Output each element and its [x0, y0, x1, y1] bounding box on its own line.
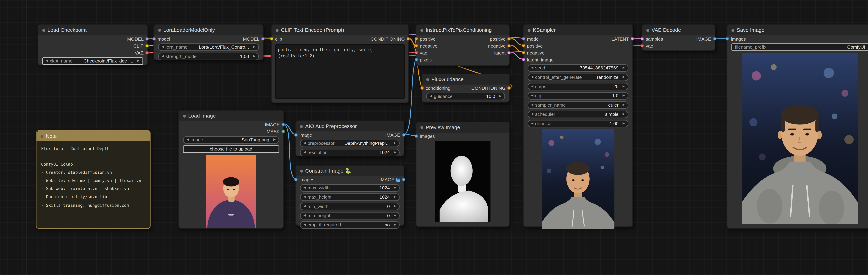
increment-arrow-icon[interactable]: [394, 142, 396, 144]
increment-arrow-icon[interactable]: [623, 122, 625, 124]
node-header[interactable]: AIO Aux Preprocessor: [296, 121, 404, 131]
filename-prefix-widget[interactable]: filename_prefix ComfyUI: [732, 43, 868, 51]
output-port-image[interactable]: [402, 178, 405, 181]
decrement-arrow-icon[interactable]: [531, 85, 533, 87]
node-ksampler[interactable]: KSampler model LATENT positive negative …: [523, 24, 633, 227]
input-port-positive[interactable]: [415, 37, 418, 41]
cfg-widget[interactable]: cfg 1.0: [528, 92, 628, 99]
input-port-vae[interactable]: [641, 44, 644, 48]
decrement-arrow-icon[interactable]: [304, 151, 306, 153]
node-preview-image[interactable]: Preview Image images: [416, 122, 509, 227]
collapse-dot-icon[interactable]: [300, 125, 303, 128]
input-port-vae[interactable]: [415, 51, 418, 55]
guidance-widget[interactable]: guidance 10.0: [426, 92, 505, 100]
decrement-arrow-icon[interactable]: [531, 113, 533, 115]
denoise-widget[interactable]: denoise 1.00: [528, 120, 628, 127]
input-port-clip[interactable]: [270, 37, 273, 41]
collapse-dot-icon[interactable]: [300, 170, 303, 173]
node-constrain-image[interactable]: Constrain Image 🐍 images IMAGE max_width…: [295, 165, 404, 226]
ckpt-name-widget[interactable]: ckpt_name Checkpoint/Flux_dev_...: [42, 57, 143, 65]
increment-arrow-icon[interactable]: [137, 60, 140, 62]
node-header[interactable]: CLIP Text Encode (Prompt): [272, 25, 408, 35]
output-port-image[interactable]: [713, 37, 716, 41]
increment-arrow-icon[interactable]: [623, 67, 625, 69]
output-port-model[interactable]: [145, 37, 149, 41]
output-port-model[interactable]: [261, 37, 265, 41]
collapse-dot-icon[interactable]: [421, 126, 424, 129]
decrement-arrow-icon[interactable]: [531, 104, 533, 106]
decrement-arrow-icon[interactable]: [304, 224, 306, 226]
input-port-model[interactable]: [152, 37, 156, 41]
image-feed-icon[interactable]: [396, 177, 400, 181]
collapse-dot-icon[interactable]: [158, 29, 161, 32]
node-header[interactable]: Load Image: [179, 111, 283, 121]
node-header[interactable]: Load Checkpoint: [38, 25, 147, 35]
decrement-arrow-icon[interactable]: [304, 186, 306, 189]
seed-widget[interactable]: seed 705441886247569: [528, 64, 628, 71]
increment-arrow-icon[interactable]: [623, 113, 625, 115]
output-port-vae[interactable]: [145, 51, 149, 55]
node-clip-text-encode[interactable]: CLIP Text Encode (Prompt) clip CONDITION…: [271, 24, 409, 103]
decrement-arrow-icon[interactable]: [304, 205, 306, 207]
preprocessor-widget[interactable]: preprocessor DepthAnythingPrepr...: [300, 139, 400, 147]
collapse-dot-icon[interactable]: [528, 29, 530, 32]
output-port-clip[interactable]: [145, 44, 149, 48]
node-header[interactable]: KSampler: [524, 25, 632, 35]
increment-arrow-icon[interactable]: [394, 205, 396, 207]
node-load-image[interactable]: Load Image IMAGE MASK image SonTung.png …: [178, 110, 284, 229]
max-width-widget[interactable]: max_width 1024: [300, 184, 400, 191]
node-header[interactable]: Constrain Image 🐍: [296, 165, 404, 176]
collapse-dot-icon[interactable]: [421, 29, 424, 32]
increment-arrow-icon[interactable]: [253, 46, 255, 48]
node-graph-canvas[interactable]: Load Checkpoint MODEL CLIP VAE ckpt_name…: [0, 0, 868, 275]
collapse-dot-icon[interactable]: [276, 29, 279, 32]
decrement-arrow-icon[interactable]: [531, 76, 533, 78]
input-port-negative[interactable]: [522, 51, 525, 55]
decrement-arrow-icon[interactable]: [531, 94, 533, 97]
output-port-mask[interactable]: [281, 130, 285, 133]
prompt-textarea[interactable]: portrait men, in the night city, smile, …: [275, 44, 405, 99]
node-header[interactable]: Preview Image: [416, 122, 509, 133]
output-port-negative[interactable]: [507, 44, 511, 48]
decrement-arrow-icon[interactable]: [46, 60, 48, 62]
decrement-arrow-icon[interactable]: [304, 142, 306, 144]
input-port-negative[interactable]: [415, 44, 418, 48]
increment-arrow-icon[interactable]: [273, 139, 276, 141]
increment-arrow-icon[interactable]: [394, 214, 396, 216]
crop-if-required-widget[interactable]: crop_if_required no: [300, 221, 400, 228]
resolution-widget[interactable]: resolution 1024: [300, 149, 400, 156]
steps-widget[interactable]: steps 20: [528, 83, 628, 90]
node-header[interactable]: LoraLoaderModelOnly: [154, 25, 263, 35]
node-instruct-pix2pix-conditioning[interactable]: InstructPixToPixConditioning positive po…: [416, 24, 509, 66]
input-port-image[interactable]: [294, 133, 298, 136]
input-port-samples[interactable]: [641, 37, 644, 41]
decrement-arrow-icon[interactable]: [304, 196, 306, 198]
output-port-latent[interactable]: [631, 37, 634, 41]
decrement-arrow-icon[interactable]: [531, 67, 533, 69]
lora-name-widget[interactable]: lora_name Lora/Lora/Flux_Contro...: [158, 43, 259, 51]
decrement-arrow-icon[interactable]: [531, 122, 533, 124]
decrement-arrow-icon[interactable]: [186, 139, 189, 141]
control-after-generate-widget[interactable]: control_after_generate randomize: [528, 73, 628, 81]
node-flux-guidance[interactable]: FluxGuidance conditioning CONDITIONING g…: [422, 73, 510, 102]
increment-arrow-icon[interactable]: [623, 76, 625, 78]
output-port-latent[interactable]: [507, 51, 511, 55]
strength-model-widget[interactable]: strength_model 1.00: [158, 53, 259, 60]
collapse-dot-icon[interactable]: [646, 29, 649, 32]
node-header[interactable]: Save Image: [727, 25, 868, 35]
collapse-dot-icon[interactable]: [183, 114, 186, 117]
output-port-conditioning[interactable]: [407, 37, 410, 41]
increment-arrow-icon[interactable]: [394, 224, 396, 226]
decrement-arrow-icon[interactable]: [304, 214, 306, 216]
node-lora-loader[interactable]: LoraLoaderModelOnly model MODEL lora_nam…: [153, 24, 264, 60]
increment-arrow-icon[interactable]: [394, 151, 396, 153]
increment-arrow-icon[interactable]: [499, 95, 501, 97]
collapse-dot-icon[interactable]: [42, 29, 45, 32]
upload-button[interactable]: choose file to upload: [183, 145, 279, 153]
max-height-widget[interactable]: max_height 1024: [300, 193, 400, 201]
sampler-name-widget[interactable]: sampler_name euler: [528, 101, 628, 109]
increment-arrow-icon[interactable]: [623, 94, 625, 97]
image-select-widget[interactable]: image SonTung.png: [183, 136, 279, 143]
node-header[interactable]: InstructPixToPixConditioning: [416, 25, 509, 35]
scheduler-widget[interactable]: scheduler simple: [528, 111, 628, 118]
